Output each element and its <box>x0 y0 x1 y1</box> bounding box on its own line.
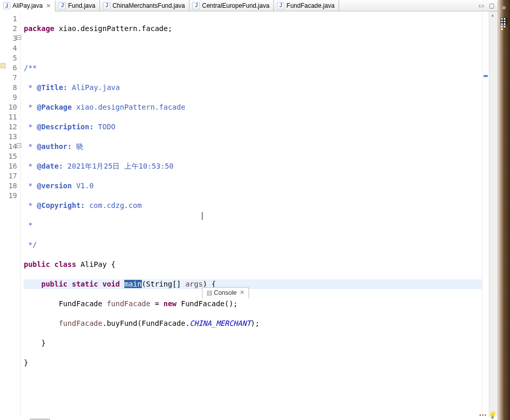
svg-rect-0 <box>1 63 6 68</box>
horizontal-scrollbar[interactable]: ◂ ▸ <box>0 417 498 420</box>
minimize-icon[interactable]: ▭ <box>477 2 485 10</box>
tab-fundfacade[interactable]: J FundFacade.java <box>274 0 339 11</box>
close-icon[interactable]: ✕ <box>46 3 51 9</box>
status-dots-icon <box>479 414 486 416</box>
tab-console[interactable]: ▤ Console ✕ <box>202 287 249 298</box>
qr-icon[interactable] <box>501 18 508 25</box>
text-cursor <box>202 212 202 220</box>
vertical-scrollbar[interactable]: ▴ ▾ <box>489 11 498 417</box>
tip-bulb-icon[interactable]: 💡 <box>488 411 497 419</box>
maximize-icon[interactable]: ▢ <box>487 2 496 10</box>
marker-icon <box>1 63 6 68</box>
chevron-icon[interactable]: » <box>498 3 510 11</box>
scroll-up-arrow[interactable]: ▴ <box>491 12 494 18</box>
java-file-icon: J <box>3 2 10 9</box>
line-gutter: 1 2 3− 4 5 6 7 8 9 10 11 12 13 14− 15 16… <box>0 11 21 417</box>
tab-label: AliPay.java <box>12 2 42 9</box>
status-right: 💡 <box>479 411 497 419</box>
tab-label: Fund.java <box>68 2 95 9</box>
right-sidebar: » <box>498 0 510 420</box>
tab-alipay[interactable]: J AliPay.java ✕ <box>0 1 55 11</box>
java-file-icon: J <box>59 2 66 9</box>
editor-body: 1 2 3− 4 5 6 7 8 9 10 11 12 13 14− 15 16… <box>0 11 498 417</box>
ide-window: J AliPay.java ✕ J Fund.java J ChinaMerch… <box>0 0 498 420</box>
tab-label: CentralEuropeFund.java <box>202 2 269 9</box>
overview-ruler[interactable] <box>482 11 489 417</box>
java-file-icon: J <box>103 2 110 9</box>
java-file-icon: J <box>277 2 284 9</box>
tab-chinamerchants[interactable]: J ChinaMerchantsFund.java <box>100 0 190 11</box>
code-editor[interactable]: package xiao.designPattern.facade; /** *… <box>21 11 482 417</box>
tab-label: FundFacade.java <box>286 2 334 9</box>
tab-label: ChinaMerchantsFund.java <box>112 2 185 9</box>
tab-centraleurope[interactable]: J CentralEuropeFund.java <box>190 0 274 11</box>
tab-fund[interactable]: J Fund.java <box>55 0 100 11</box>
editor-tab-bar: J AliPay.java ✕ J Fund.java J ChinaMerch… <box>0 0 498 11</box>
editor-section: J AliPay.java ✕ J Fund.java J ChinaMerch… <box>0 0 498 286</box>
java-file-icon: J <box>193 2 200 9</box>
close-icon[interactable]: ✕ <box>240 289 244 296</box>
console-icon: ▤ <box>207 289 212 296</box>
